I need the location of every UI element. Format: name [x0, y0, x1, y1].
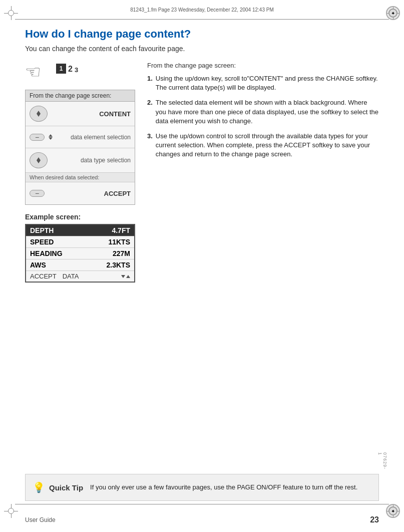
- lightbulb-icon: 💡: [33, 481, 45, 493]
- screen-row-data-type: data type selection: [26, 148, 135, 173]
- tri-down-icon: [121, 275, 125, 278]
- step-2: 2. The selected data element will be sho…: [147, 98, 379, 126]
- corner-decoration-tl: [4, 6, 18, 20]
- data-element-label-row: data element selection: [49, 134, 131, 141]
- screen-row-accept: − ACCEPT: [26, 182, 135, 204]
- aws-value: 2.3KTS: [107, 261, 130, 269]
- screen-row-content: CONTENT: [26, 102, 135, 126]
- data-type-label: data type selection: [52, 157, 131, 164]
- footer: User Guide 23: [25, 515, 379, 524]
- footer-page-number: 23: [370, 515, 379, 524]
- example-data: DATA: [63, 273, 79, 280]
- example-row-heading: HEADING 227M: [26, 248, 134, 259]
- step-3: 3. Use the up/down control to scroll thr…: [147, 132, 379, 159]
- corner-decoration-bl: [4, 504, 18, 518]
- bottom-border: [15, 504, 389, 504]
- quick-tip-title: Quick Tip: [49, 483, 83, 492]
- accept-label: ACCEPT: [49, 190, 131, 197]
- example-row-aws: AWS 2.3KTS: [26, 259, 134, 271]
- example-row-bottom: ACCEPT DATA: [26, 271, 134, 282]
- example-row-depth: DEPTH 4.7FT: [26, 225, 134, 236]
- example-row-speed: SPEED 11KTS: [26, 236, 134, 248]
- example-screen: DEPTH 4.7FT SPEED 11KTS HEADING 227M AWS…: [25, 224, 135, 283]
- step-2-num: 2.: [147, 98, 153, 126]
- small-arrow-up: [49, 134, 53, 137]
- small-arrows-icon: [49, 134, 53, 140]
- step-1: 1. Using the up/down key, scroll to"CONT…: [147, 74, 379, 92]
- data-element-label: data element selection: [55, 134, 131, 141]
- footer-user-guide: User Guide: [25, 516, 56, 523]
- main-content: How do I change page content? You can ch…: [25, 28, 379, 502]
- side-label: 07629-1: [380, 452, 387, 469]
- tri-up-icon: [126, 275, 130, 278]
- finger-icon: ☞: [25, 62, 41, 83]
- screen-divider: When desired data selected:: [26, 173, 135, 182]
- step-1-text: Using the up/down key, scroll to"CONTENT…: [156, 74, 379, 92]
- example-label: Example screen:: [25, 213, 135, 221]
- right-column: From the change page screen: 1. Using th…: [147, 62, 379, 165]
- up-down-button: [30, 106, 48, 122]
- corner-decoration-tr: ✦: [386, 6, 400, 20]
- heading-label: HEADING: [30, 249, 113, 257]
- screen-row-data-element: − data element selection: [26, 126, 135, 148]
- minus-button: −: [30, 134, 45, 141]
- arrow-down-icon-2: [37, 160, 41, 163]
- top-border: [15, 19, 389, 20]
- speed-label: SPEED: [30, 238, 108, 246]
- up-down-button-2: [30, 152, 48, 168]
- heading-value: 227M: [113, 249, 130, 257]
- device-screen-diagram: From the change page screen: CONTENT −: [25, 90, 135, 205]
- arrow-down-icon: [37, 114, 41, 117]
- step-number-3: 3: [75, 66, 78, 74]
- corner-decoration-br: ✦: [386, 504, 400, 518]
- accept-button: −: [30, 190, 45, 197]
- two-column-layout: ☞ 1 2 3 From the change page screen:: [25, 62, 379, 283]
- number-sequence: 1 2 3: [56, 62, 78, 74]
- example-accept: ACCEPT: [30, 273, 57, 280]
- depth-value: 4.7FT: [112, 226, 130, 234]
- icon-number-row: ☞ 1 2 3: [25, 62, 135, 83]
- quick-tip-left: 💡 Quick Tip: [33, 481, 83, 493]
- step-1-num: 1.: [147, 74, 153, 92]
- triangle-arrows: [121, 275, 130, 278]
- steps-list: 1. Using the up/down key, scroll to"CONT…: [147, 74, 379, 159]
- content-label: CONTENT: [52, 110, 131, 118]
- step-number-1: 1: [56, 64, 66, 74]
- up-down-arrows: [37, 111, 41, 117]
- quick-tip-text: If you only ever use a few favourite pag…: [90, 483, 371, 492]
- small-arrow-down: [49, 137, 53, 140]
- step-3-text: Use the up/down control to scroll throug…: [156, 132, 379, 159]
- left-column: ☞ 1 2 3 From the change page screen:: [25, 62, 135, 283]
- quick-tip-box: 💡 Quick Tip If you only ever use a few f…: [25, 474, 379, 501]
- step-number-2: 2: [68, 65, 73, 74]
- screen-header: From the change page screen:: [26, 90, 135, 102]
- subtitle: You can change the content of each favou…: [25, 45, 379, 53]
- aws-label: AWS: [30, 261, 107, 269]
- page-title: How do I change page content?: [25, 28, 379, 41]
- speed-value: 11KTS: [108, 238, 130, 246]
- step-3-num: 3.: [147, 132, 153, 159]
- right-intro: From the change page screen:: [147, 62, 379, 69]
- header-meta: 81243_1.fm Page 23 Wednesday, December 2…: [130, 7, 273, 13]
- depth-label: DEPTH: [30, 226, 112, 234]
- step-2-text: The selected data element will be shown …: [156, 98, 379, 126]
- up-down-arrows-2: [37, 157, 41, 163]
